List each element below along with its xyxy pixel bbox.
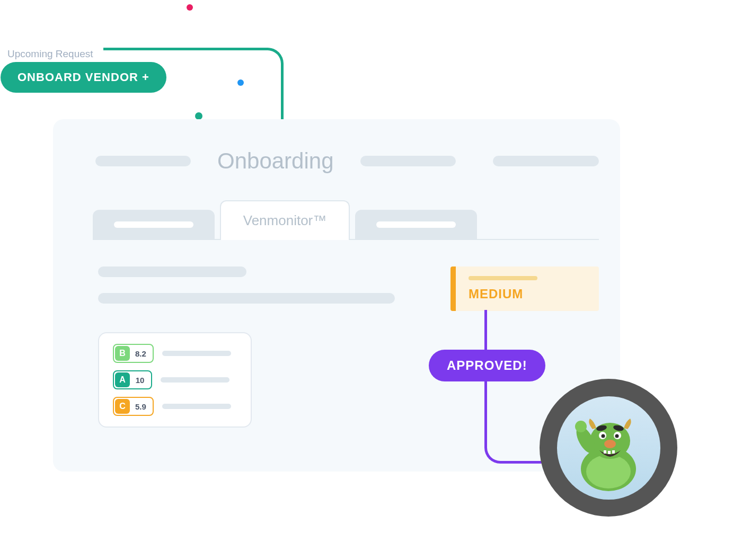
score-row: B 8.2 (113, 344, 237, 363)
tab-bar: Venmonitor™ (93, 200, 599, 240)
card-header-row: Onboarding (74, 148, 599, 174)
svg-rect-10 (604, 450, 606, 454)
score-pill-a: A 10 (113, 370, 152, 389)
placeholder-bar (360, 156, 456, 166)
score-row: A 10 (113, 370, 237, 389)
upcoming-request-label: Upcoming Request (7, 48, 93, 60)
score-pill-b: B 8.2 (113, 344, 154, 363)
svg-point-9 (604, 440, 616, 448)
content-left (98, 266, 408, 311)
svg-point-1 (586, 455, 631, 488)
svg-rect-11 (608, 451, 611, 454)
tab-inactive-2[interactable] (355, 210, 477, 239)
onboard-vendor-button[interactable]: ONBOARD VENDOR + (1, 62, 166, 93)
approved-badge: APPROVED! (429, 350, 545, 381)
svg-point-8 (615, 434, 619, 438)
placeholder-bar (162, 351, 231, 356)
placeholder-bar (114, 221, 193, 228)
tab-inactive-1[interactable] (93, 210, 215, 239)
score-pill-c: C 5.9 (113, 397, 154, 416)
score-letter: B (115, 346, 130, 361)
avatar-ring (540, 379, 677, 517)
score-letter: C (115, 399, 130, 414)
svg-rect-12 (612, 450, 615, 454)
placeholder-bar (98, 266, 246, 277)
score-value: 8.2 (130, 348, 152, 360)
score-value: 5.9 (130, 401, 152, 413)
avatar (557, 396, 660, 500)
placeholder-bar (161, 377, 229, 383)
placeholder-bar (162, 404, 231, 409)
placeholder-bar (469, 276, 537, 280)
placeholder-bar (98, 293, 395, 304)
card-title: Onboarding (217, 148, 334, 174)
svg-point-7 (602, 434, 605, 438)
risk-badge: MEDIUM (450, 266, 599, 311)
risk-badge-label: MEDIUM (469, 287, 586, 301)
score-value: 10 (130, 374, 150, 386)
content-row: MEDIUM (98, 266, 599, 311)
decorative-dot (187, 4, 193, 11)
score-panel: B 8.2 A 10 C 5.9 (98, 332, 252, 428)
tab-venmonitor[interactable]: Venmonitor™ (220, 200, 350, 240)
placeholder-bar (95, 156, 191, 166)
score-row: C 5.9 (113, 397, 237, 416)
score-letter: A (115, 372, 130, 387)
tab-label: Venmonitor™ (243, 212, 327, 229)
placeholder-bar (493, 156, 599, 166)
placeholder-bar (376, 221, 456, 228)
monster-character-icon (563, 403, 653, 493)
svg-point-14 (575, 421, 587, 432)
